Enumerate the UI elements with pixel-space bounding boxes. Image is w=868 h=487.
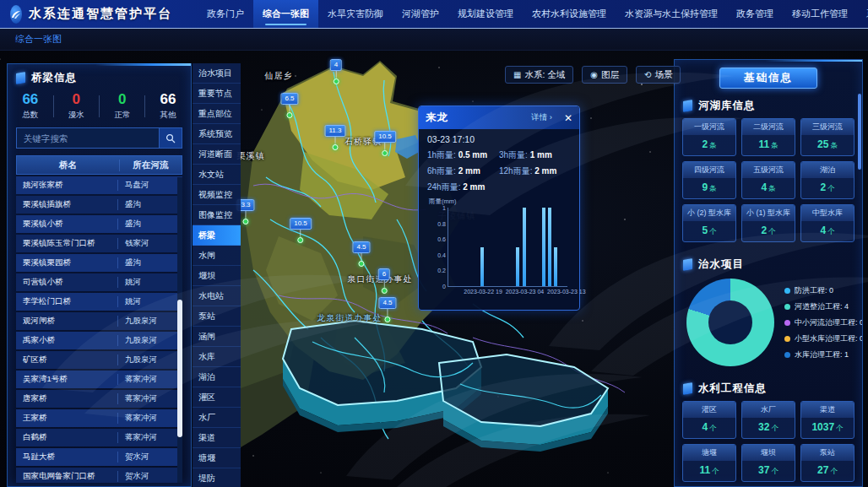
map-marker[interactable]: 10.5 — [290, 218, 312, 243]
nav-item-4[interactable]: 河湖管护 — [393, 0, 448, 28]
station-popup: 来龙 详情 › ✕ 03-23 17:10 1h雨量: 0.5 mm3h雨量: … — [418, 106, 580, 311]
popup-detail-link[interactable]: 详情 › — [531, 112, 552, 123]
layer-item-灌区[interactable]: 灌区 — [193, 387, 241, 408]
nav-item-10[interactable]: 系统管理 — [857, 0, 868, 28]
layer-item-涵闸[interactable]: 涵闸 — [193, 327, 241, 347]
table-row[interactable]: 姚河张家桥马盘河 — [16, 176, 182, 194]
legend-label: 水库治理工程: 1 — [795, 349, 849, 360]
layer-item-桥梁[interactable]: 桥梁 — [193, 225, 241, 246]
cell-river: 九股泉河 — [117, 354, 182, 365]
layer-item-水库[interactable]: 水库 — [193, 347, 241, 367]
nav-item-1[interactable]: 政务门户 — [198, 0, 253, 28]
layer-item-堤防[interactable]: 堤防 — [193, 468, 241, 487]
layer-item-视频监控[interactable]: 视频监控 — [193, 185, 241, 205]
card-value: 25条 — [801, 135, 854, 155]
map-marker[interactable]: 11.3 — [325, 125, 346, 150]
nav-item-7[interactable]: 水资源与水土保持管理 — [616, 0, 727, 28]
rivers-section-header: 河湖库信息 — [675, 92, 862, 116]
table-row[interactable]: 观河闸桥九股泉河 — [16, 312, 182, 330]
layer-item-重要节点[interactable]: 重要节点 — [193, 84, 241, 104]
search-input[interactable] — [16, 127, 159, 149]
table-row[interactable]: 栗溪镇栗园桥盛沟 — [16, 254, 182, 272]
table-row[interactable]: 国家电网鲁家门口桥贺水河 — [16, 468, 182, 483]
table-row[interactable]: 唐家桥蒋家冲河 — [16, 390, 182, 408]
layer-item-渠道[interactable]: 渠道 — [193, 428, 241, 448]
table-row[interactable]: 司营镇小桥姚河 — [16, 273, 182, 291]
nav-item-2[interactable]: 综合一张图 — [253, 0, 318, 28]
table-row[interactable]: 王家桥蒋家冲河 — [16, 409, 182, 427]
table-row[interactable]: 吴家湾1号桥蒋家冲河 — [16, 371, 182, 388]
info-card-小 (2) 型水库: 小 (2) 型水库5个 — [682, 204, 736, 242]
layer-item-重点部位[interactable]: 重点部位 — [193, 104, 241, 124]
table-row[interactable]: 白鹤桥蒋家冲河 — [16, 429, 182, 446]
table-row[interactable]: 栗溪镇小桥盛沟 — [16, 215, 182, 233]
card-label: 一级河流 — [683, 119, 735, 135]
layer-item-水厂[interactable]: 水厂 — [193, 408, 241, 428]
works-section: 水利工程信息 灌区4个水厂32个渠道1037个塘堰11个堰坝37个泵站27个涵闸… — [675, 375, 862, 487]
map-marker[interactable]: 6 — [378, 268, 390, 294]
layer-item-水文站[interactable]: 水文站 — [193, 165, 241, 185]
projects-legend: 防洪工程: 0河道整治工程: 4中小河流治理工程: 0小型水库治理工程: 0水库… — [784, 280, 863, 365]
nav-item-8[interactable]: 政务管理 — [727, 0, 783, 28]
info-card-灌区: 灌区4个 — [682, 401, 736, 439]
rain-stat: 1h雨量: 0.5 mm — [427, 149, 499, 161]
layer-item-治水项目[interactable]: 治水项目 — [193, 63, 241, 84]
map-marker[interactable]: 4 — [330, 59, 342, 84]
layer-item-塘堰[interactable]: 塘堰 — [193, 448, 241, 468]
card-value: 4条 — [742, 178, 795, 198]
breadcrumb[interactable]: 综合一张图 — [15, 33, 62, 46]
table-row[interactable]: 马趾大桥贺水河 — [16, 448, 182, 466]
map-marker[interactable]: 10.5 — [374, 131, 396, 156]
map-marker[interactable]: 4.5 — [378, 297, 396, 322]
layer-item-系统预览[interactable]: 系统预览 — [193, 124, 241, 144]
right-panel-scroll-thumb[interactable] — [858, 94, 861, 170]
card-unit: 个 — [830, 467, 838, 475]
base-info-button[interactable]: 基础信息 — [719, 68, 817, 89]
table-scrollbar[interactable] — [177, 177, 182, 483]
search-button[interactable] — [159, 127, 182, 149]
nav-item-5[interactable]: 规划建设管理 — [448, 0, 523, 28]
card-unit: 个 — [709, 227, 717, 235]
marker-stem — [361, 253, 362, 261]
layer-item-堰坝[interactable]: 堰坝 — [193, 266, 241, 286]
nav-item-9[interactable]: 移动工作管理 — [783, 0, 857, 28]
card-label: 小 (2) 型水库 — [683, 205, 735, 221]
cell-river: 盛沟 — [117, 219, 182, 230]
marker-dot-icon — [332, 144, 338, 150]
table-row[interactable]: 禹家小桥九股泉河 — [16, 332, 182, 349]
layer-item-图像监控[interactable]: 图像监控 — [193, 205, 241, 225]
layer-item-湖泊[interactable]: 湖泊 — [193, 367, 241, 387]
table-row[interactable]: 栗溪镇插旗桥盛沟 — [16, 196, 182, 214]
map-control-layers[interactable]: ◉图层 — [582, 66, 627, 84]
table-row[interactable]: 李学松门口桥姚河 — [16, 293, 182, 311]
map-control-grid[interactable]: ▦水系: 全域 — [505, 66, 573, 84]
card-label: 灌区 — [683, 402, 735, 418]
works-section-title: 水利工程信息 — [698, 381, 767, 396]
y-tick-label: 0 — [442, 284, 446, 289]
layer-item-河道断面[interactable]: 河道断面 — [193, 144, 241, 165]
table-row[interactable]: 矿区桥九股泉河 — [16, 351, 182, 369]
rivers-cards-grid: 一级河流2条二级河流11条三级河流25条四级河流9条五级河流4条湖泊2个小 (2… — [675, 116, 862, 247]
nav-item-6[interactable]: 农村水利设施管理 — [523, 0, 616, 28]
map-marker[interactable]: 4.5 — [352, 241, 370, 267]
cell-bridge-name: 禹家小桥 — [16, 335, 117, 346]
marker-value-badge: 10.5 — [290, 218, 312, 230]
map-control-scene[interactable]: ⟲场景 — [636, 66, 681, 84]
marker-dot-icon — [381, 288, 387, 294]
table-scroll-thumb[interactable] — [177, 300, 182, 437]
map-marker[interactable]: 6.5 — [280, 93, 298, 118]
table-row[interactable]: 栗溪镇陈玉常门口桥钱家河 — [16, 235, 182, 252]
stat-divider — [99, 95, 100, 117]
layer-item-水电站[interactable]: 水电站 — [193, 286, 241, 306]
projects-donut-chart — [686, 279, 774, 366]
cell-river: 蒋家冲河 — [117, 432, 182, 443]
top-navbar: 水系连通智慧管护平台 政务门户综合一张图水旱灾害防御河湖管护规划建设管理农村水利… — [0, 0, 868, 28]
nav-item-3[interactable]: 水旱灾害防御 — [318, 0, 393, 28]
rain-stat-value: 2 mm — [534, 166, 556, 176]
layer-item-水闸[interactable]: 水闸 — [193, 246, 241, 266]
col-river: 所在河流 — [119, 160, 182, 171]
layer-item-泵站[interactable]: 泵站 — [193, 306, 241, 327]
close-icon[interactable]: ✕ — [564, 113, 572, 123]
card-unit: 个 — [836, 424, 844, 432]
rain-stat: 6h雨量: 2 mm — [427, 165, 499, 177]
